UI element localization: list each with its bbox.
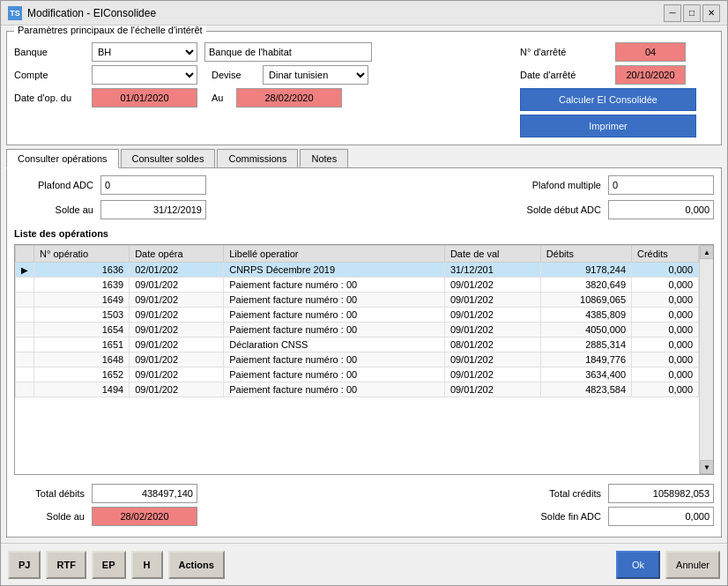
ok-button[interactable]: Ok xyxy=(616,551,660,579)
row-date-op: 09/01/202 xyxy=(130,352,224,367)
solde-au-row: Solde au xyxy=(14,200,206,219)
plafond-multiple-label: Plafond multiple xyxy=(504,180,601,190)
no-arrete-row: N° d'arrêté xyxy=(520,42,714,62)
table-row[interactable]: 1639 09/01/202 Paiement facture numéro :… xyxy=(16,278,699,293)
total-debits-row: Total débits xyxy=(14,484,197,503)
total-credits-row: Total crédits xyxy=(522,484,714,503)
maximize-button[interactable]: □ xyxy=(683,4,701,22)
date-arrete-input[interactable] xyxy=(615,65,686,85)
row-date-val: 09/01/202 xyxy=(444,382,540,397)
row-date-val: 09/01/202 xyxy=(444,352,540,367)
banque-select[interactable]: BH xyxy=(92,42,197,62)
total-credits-input[interactable] xyxy=(608,484,714,503)
table-row[interactable]: ▶ 1636 02/01/202 CNRPS Décembre 2019 31/… xyxy=(16,263,699,278)
title-bar-left: TS Modification - EIConsolidee xyxy=(8,6,156,20)
total-credits-label: Total crédits xyxy=(522,488,601,499)
table-scrollbar[interactable]: ▲ ▼ xyxy=(699,245,713,474)
bottom-bar: PJ RTF EP H Actions Ok Annuler xyxy=(1,543,727,585)
tab-notes[interactable]: Notes xyxy=(300,149,348,167)
header-no-operation: N° opératio xyxy=(34,246,130,263)
table-row[interactable]: 1652 09/01/202 Paiement facture numéro :… xyxy=(16,367,699,382)
tab-consulter-operations[interactable]: Consulter opérations xyxy=(6,149,119,168)
row-credits: 0,000 xyxy=(632,293,699,308)
plafond-multiple-row: Plafond multiple xyxy=(504,175,714,195)
calculer-button[interactable]: Calculer EI Consolidée xyxy=(520,88,696,111)
title-bar-controls: ─ □ ✕ xyxy=(664,4,720,22)
no-arrete-label: N° d'arrêté xyxy=(520,47,608,57)
solde-au-final-row: Solde au xyxy=(14,507,197,526)
row-no: 1639 xyxy=(34,278,130,293)
close-button[interactable]: ✕ xyxy=(702,4,720,22)
row-arrow xyxy=(16,323,34,338)
row-debits: 2885,314 xyxy=(540,338,631,352)
row-credits: 0,000 xyxy=(632,278,699,293)
row-arrow xyxy=(16,367,34,382)
tab-bar: Consulter opérations Consulter soldes Co… xyxy=(6,149,722,168)
h-button[interactable]: H xyxy=(131,551,163,579)
table-row[interactable]: 1649 09/01/202 Paiement facture numéro :… xyxy=(16,293,699,308)
row-libelle: Paiement facture numéro : 00 xyxy=(224,293,445,308)
row-credits: 0,000 xyxy=(632,323,699,338)
table-row[interactable]: 1503 09/01/202 Paiement facture numéro :… xyxy=(16,308,699,323)
imprimer-button[interactable]: Imprimer xyxy=(520,115,696,137)
ep-button[interactable]: EP xyxy=(92,551,126,579)
row-libelle: Paiement facture numéro : 00 xyxy=(224,367,445,382)
devise-select[interactable]: Dinar tunisien xyxy=(263,65,368,85)
row-arrow: ▶ xyxy=(16,263,34,278)
row-credits: 0,000 xyxy=(632,308,699,323)
table-row[interactable]: 1648 09/01/202 Paiement facture numéro :… xyxy=(16,352,699,367)
banque-name-input[interactable] xyxy=(204,42,372,62)
table-row[interactable]: 1654 09/01/202 Paiement facture numéro :… xyxy=(16,323,699,338)
rtf-button[interactable]: RTF xyxy=(46,551,85,579)
row-libelle: Paiement facture numéro : 00 xyxy=(224,278,445,293)
row-date-val: 08/01/202 xyxy=(444,338,540,352)
row-credits: 0,000 xyxy=(632,338,699,352)
au-input[interactable] xyxy=(236,88,342,108)
pj-button[interactable]: PJ xyxy=(8,551,41,579)
plafond-adc-label: Plafond ADC xyxy=(14,180,93,190)
row-date-op: 09/01/202 xyxy=(130,323,224,338)
solde-fin-adc-input[interactable] xyxy=(608,507,714,526)
table-header-row: N° opératio Date opéra Libellé operatior… xyxy=(16,246,699,263)
app-icon: TS xyxy=(8,6,22,20)
no-arrete-input[interactable] xyxy=(615,42,686,62)
compte-select[interactable] xyxy=(92,65,197,85)
tab-consulter-soldes[interactable]: Consulter soldes xyxy=(121,149,216,167)
table-row[interactable]: 1651 09/01/202 Déclaration CNSS 08/01/20… xyxy=(16,338,699,352)
header-debits: Débits xyxy=(540,246,631,263)
plafond-multiple-input[interactable] xyxy=(608,175,714,195)
solde-au-final-input[interactable] xyxy=(92,507,197,526)
row-arrow xyxy=(16,338,34,352)
actions-button[interactable]: Actions xyxy=(168,551,225,579)
annuler-button[interactable]: Annuler xyxy=(665,551,720,579)
minimize-button[interactable]: ─ xyxy=(664,4,681,22)
solde-debut-adc-input[interactable] xyxy=(608,200,714,219)
solde-debut-adc-row: Solde début ADC xyxy=(504,200,714,219)
row-date-op: 09/01/202 xyxy=(130,367,224,382)
row-no: 1636 xyxy=(34,263,130,278)
total-debits-input[interactable] xyxy=(92,484,197,503)
tab-commissions[interactable]: Commissions xyxy=(217,149,298,167)
row-date-val: 09/01/202 xyxy=(444,293,540,308)
date-op-input[interactable] xyxy=(92,88,197,108)
header-date-val: Date de val xyxy=(444,246,540,263)
row-date-op: 09/01/202 xyxy=(130,278,224,293)
plafond-adc-input[interactable] xyxy=(100,175,206,195)
operations-table-scroll[interactable]: N° opératio Date opéra Libellé operatior… xyxy=(15,245,699,474)
row-date-op: 02/01/202 xyxy=(130,263,224,278)
header-credits: Crédits xyxy=(632,246,699,263)
scroll-down-btn[interactable]: ▼ xyxy=(700,460,714,474)
row-debits: 4050,000 xyxy=(540,323,631,338)
solde-au-final-label: Solde au xyxy=(14,511,85,522)
scroll-up-btn[interactable]: ▲ xyxy=(700,245,714,259)
row-libelle: CNRPS Décembre 2019 xyxy=(224,263,445,278)
banque-row: Banque BH xyxy=(14,42,513,62)
table-row[interactable]: 1494 09/01/202 Paiement facture numéro :… xyxy=(16,382,699,397)
row-debits: 9178,244 xyxy=(540,263,631,278)
row-date-val: 09/01/202 xyxy=(444,308,540,323)
solde-au-date-input[interactable] xyxy=(100,200,206,219)
date-arrete-row: Date d'arrêté xyxy=(520,65,714,85)
row-debits: 4385,809 xyxy=(540,308,631,323)
params-group-title: Paramètres principaux de l'échelle d'int… xyxy=(14,26,206,35)
solde-au-label: Solde au xyxy=(14,204,93,215)
